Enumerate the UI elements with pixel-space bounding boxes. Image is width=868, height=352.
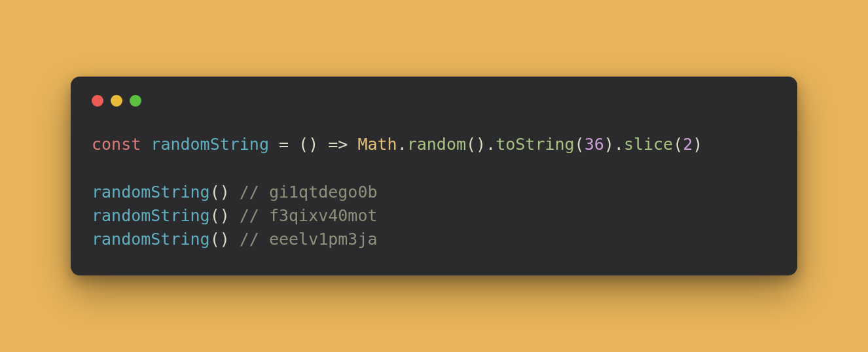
code-line-5: randomString() // eeelv1pm3ja xyxy=(92,230,378,249)
maximize-icon[interactable] xyxy=(130,95,141,107)
close-paren: ) xyxy=(693,135,702,154)
identifier-randomString: randomString xyxy=(151,135,269,154)
keyword-const: const xyxy=(92,135,141,154)
paren-dot: (). xyxy=(466,135,496,154)
code-line-3: randomString() // gi1qtdego0b xyxy=(92,183,378,202)
code-line-4: randomString() // f3qixv40mot xyxy=(92,206,378,225)
call-randomString: randomString xyxy=(92,206,210,225)
comment-output-1: // gi1qtdego0b xyxy=(230,183,378,202)
dot: . xyxy=(397,135,407,154)
number-2: 2 xyxy=(683,135,693,154)
call-randomString: randomString xyxy=(92,230,210,249)
number-36: 36 xyxy=(585,135,604,154)
method-slice: slice xyxy=(624,135,673,154)
method-toString: toString xyxy=(496,135,574,154)
code-block: const randomString = () => Math.random()… xyxy=(92,133,776,251)
comment-output-2: // f3qixv40mot xyxy=(230,206,378,225)
open-paren: ( xyxy=(673,135,683,154)
minimize-icon[interactable] xyxy=(111,95,122,107)
call-paren: () xyxy=(210,230,230,249)
close-icon[interactable] xyxy=(92,95,103,107)
call-randomString: randomString xyxy=(92,183,210,202)
open-paren: ( xyxy=(575,135,585,154)
class-Math: Math xyxy=(357,135,397,154)
code-line-1: const randomString = () => Math.random()… xyxy=(92,135,702,154)
comment-output-3: // eeelv1pm3ja xyxy=(230,230,378,249)
assign-arrow: = () => xyxy=(269,135,357,154)
traffic-lights xyxy=(92,95,776,107)
close-paren-dot: ). xyxy=(604,135,624,154)
code-window: const randomString = () => Math.random()… xyxy=(71,77,797,275)
call-paren: () xyxy=(210,206,230,225)
method-random: random xyxy=(407,135,466,154)
call-paren: () xyxy=(210,183,230,202)
